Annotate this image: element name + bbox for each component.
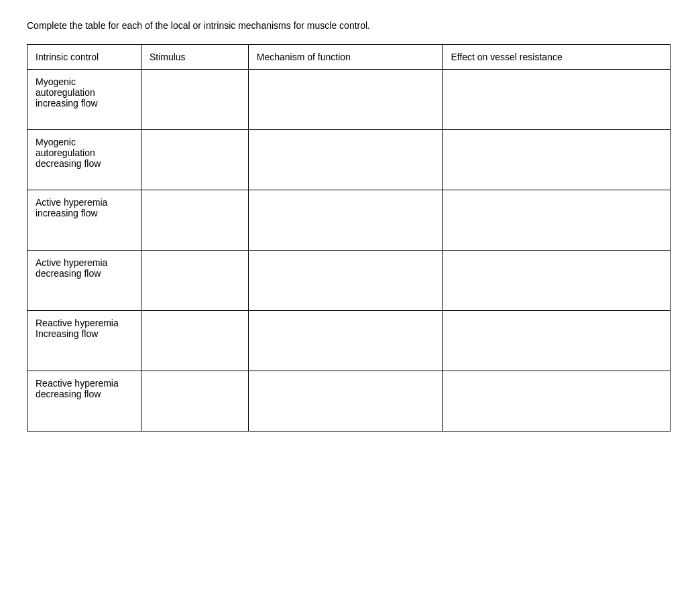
cell-stimulus-5[interactable] (141, 371, 248, 432)
cell-mechanism-2[interactable] (248, 190, 443, 251)
cell-intrinsic-1: Myogenic autoregulation decreasing flow (27, 130, 141, 190)
table-row: Active hyperemia decreasing flow (27, 251, 670, 311)
table-row: Myogenic autoregulation increasing flow (27, 70, 670, 130)
cell-stimulus-3[interactable] (141, 251, 248, 311)
cell-intrinsic-0: Myogenic autoregulation increasing flow (27, 70, 141, 130)
cell-effect-5[interactable] (443, 371, 670, 432)
cell-mechanism-3[interactable] (248, 251, 443, 311)
header-intrinsic-control: Intrinsic control (27, 45, 141, 70)
cell-stimulus-0[interactable] (141, 70, 248, 130)
table-row: Active hyperemia increasing flow (27, 190, 670, 251)
header-stimulus: Stimulus (141, 45, 248, 70)
cell-effect-1[interactable] (443, 130, 670, 190)
cell-effect-0[interactable] (443, 70, 670, 130)
cell-effect-4[interactable] (443, 311, 670, 371)
cell-mechanism-5[interactable] (248, 371, 443, 432)
cell-mechanism-1[interactable] (248, 130, 443, 190)
cell-mechanism-0[interactable] (248, 70, 443, 130)
cell-intrinsic-3: Active hyperemia decreasing flow (27, 251, 141, 311)
instruction-text: Complete the table for each of the local… (27, 20, 673, 31)
cell-stimulus-2[interactable] (141, 190, 248, 251)
cell-effect-2[interactable] (443, 190, 670, 251)
table-row: Reactive hyperemia decreasing flow (27, 371, 670, 432)
cell-intrinsic-5: Reactive hyperemia decreasing flow (27, 371, 141, 432)
cell-intrinsic-4: Reactive hyperemia Increasing flow (27, 311, 141, 371)
cell-mechanism-4[interactable] (248, 311, 443, 371)
header-mechanism: Mechanism of function (248, 45, 443, 70)
cell-stimulus-1[interactable] (141, 130, 248, 190)
table-row: Reactive hyperemia Increasing flow (27, 311, 670, 371)
cell-intrinsic-2: Active hyperemia increasing flow (27, 190, 141, 251)
main-table: Intrinsic control Stimulus Mechanism of … (27, 44, 670, 432)
header-effect: Effect on vessel resistance (443, 45, 670, 70)
table-row: Myogenic autoregulation decreasing flow (27, 130, 670, 190)
cell-effect-3[interactable] (443, 251, 670, 311)
cell-stimulus-4[interactable] (141, 311, 248, 371)
table-header-row: Intrinsic control Stimulus Mechanism of … (27, 45, 670, 70)
